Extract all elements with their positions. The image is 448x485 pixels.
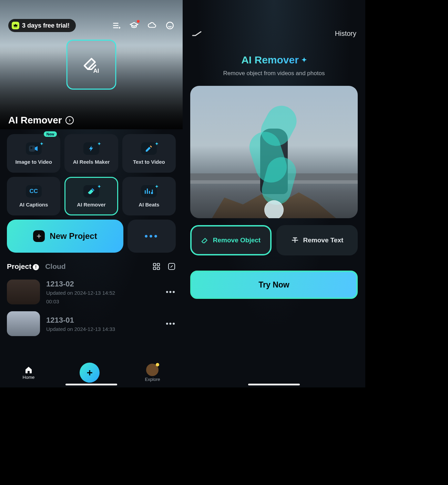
plus-icon: + xyxy=(87,367,93,378)
project-duration: 00:03 xyxy=(46,299,160,304)
project-updated: Updated on 2024-12-13 14:52 xyxy=(46,290,160,296)
svg-rect-6 xyxy=(149,191,150,194)
tool-label: AI Remover xyxy=(77,202,105,208)
remove-object-button[interactable]: Remove Object xyxy=(190,225,272,255)
project-more-icon[interactable]: ••• xyxy=(166,319,176,328)
tool-image-to-video[interactable]: New ✦ Image to Video xyxy=(7,134,60,173)
grid-view-icon[interactable] xyxy=(152,262,161,271)
project-tabs-row: Project! Cloud xyxy=(0,253,183,271)
cc-icon: CC xyxy=(26,185,42,198)
svg-rect-11 xyxy=(157,267,160,270)
eraser-ai-icon: AI xyxy=(81,54,102,75)
svg-rect-10 xyxy=(153,267,156,270)
chevron-circle-icon xyxy=(65,116,74,124)
tool-ai-beats[interactable]: ✦ AI Beats xyxy=(122,177,176,215)
trial-label: 3 days free trial! xyxy=(22,22,70,29)
tool-ai-captions[interactable]: CC AI Captions xyxy=(7,177,60,215)
eraser-icon: ✦ xyxy=(83,185,99,198)
project-name: 1213-02 xyxy=(46,280,160,289)
academy-icon[interactable] xyxy=(130,21,139,30)
plus-box-icon xyxy=(33,230,45,242)
text-strike-icon xyxy=(291,236,299,244)
avatar-icon xyxy=(146,364,159,376)
eraser-outline-icon xyxy=(201,236,209,244)
new-badge: New xyxy=(44,131,57,137)
bottom-nav: Home + Explore xyxy=(0,358,183,387)
new-project-button[interactable]: New Project xyxy=(7,220,123,253)
nav-home-label: Home xyxy=(23,375,35,380)
nav-explore[interactable]: Explore xyxy=(145,364,160,382)
home-indicator xyxy=(65,384,117,385)
tool-label: Image to Video xyxy=(15,159,52,165)
project-item[interactable]: 1213-01 Updated on 2024-12-13 14:33 ••• xyxy=(7,308,176,340)
edit-square-icon[interactable] xyxy=(167,262,176,271)
back-button[interactable] xyxy=(192,31,202,37)
svg-point-0 xyxy=(166,22,173,29)
tab-cloud[interactable]: Cloud xyxy=(45,262,65,271)
music-bars-icon: ✦ xyxy=(141,185,157,198)
cloud-icon[interactable] xyxy=(147,21,156,30)
history-link[interactable]: History xyxy=(335,30,356,38)
new-project-label: New Project xyxy=(50,231,97,241)
project-list: 1213-02 Updated on 2024-12-13 14:52 00:0… xyxy=(0,271,183,340)
brush-cursor-icon xyxy=(264,200,284,218)
tool-label: AI Beats xyxy=(139,202,159,208)
tool-label: AI Reels Maker xyxy=(73,159,110,165)
sparkle-icon: ✦ xyxy=(302,56,307,64)
nav-create-fab[interactable]: + xyxy=(80,363,100,383)
more-button[interactable]: ••• xyxy=(128,220,176,253)
tool-ai-remover[interactable]: ✦ AI Remover xyxy=(64,177,118,215)
hero-title-row[interactable]: AI Remover xyxy=(8,115,74,126)
tool-ai-reels-maker[interactable]: ✦ AI Reels Maker xyxy=(64,134,118,173)
svg-text:AI: AI xyxy=(93,68,99,74)
project-thumbnail xyxy=(7,280,40,304)
left-pane: 3 days free trial! xyxy=(0,0,183,387)
svg-rect-4 xyxy=(145,190,146,194)
page-title: AI Remover ✦ xyxy=(241,54,307,66)
tools-grid: New ✦ Image to Video ✦ AI Reels Maker ✦ … xyxy=(0,129,183,215)
pencil-icon: ✦ xyxy=(141,142,157,155)
tool-text-to-video[interactable]: ✦ Text to Video xyxy=(122,134,176,173)
tool-label: Text to Video xyxy=(133,159,165,165)
free-trial-pill[interactable]: 3 days free trial! xyxy=(8,19,76,32)
project-more-icon[interactable]: ••• xyxy=(166,287,176,296)
project-updated: Updated on 2024-12-13 14:33 xyxy=(46,326,160,332)
svg-point-3 xyxy=(30,147,32,149)
bolt-icon: ✦ xyxy=(83,142,99,155)
svg-rect-8 xyxy=(153,263,156,266)
crown-icon xyxy=(12,22,19,29)
remove-text-label: Remove Text xyxy=(303,236,344,244)
home-icon xyxy=(24,366,33,374)
svg-rect-5 xyxy=(147,189,148,194)
tool-label: AI Captions xyxy=(19,202,48,208)
svg-rect-9 xyxy=(157,263,160,266)
templates-list-icon[interactable] xyxy=(112,21,121,30)
project-item[interactable]: 1213-02 Updated on 2024-12-13 14:52 00:0… xyxy=(7,276,176,308)
hero-feature-card[interactable]: AI xyxy=(67,40,116,90)
nav-explore-label: Explore xyxy=(145,377,160,382)
try-now-button[interactable]: Try Now xyxy=(190,271,358,299)
top-bar: 3 days free trial! xyxy=(8,19,174,32)
page-subtitle: Remove object from videos and photos xyxy=(183,70,365,77)
preview-image xyxy=(190,86,358,218)
try-now-label: Try Now xyxy=(258,280,289,290)
project-thumbnail xyxy=(7,311,40,336)
home-indicator xyxy=(248,384,300,385)
ellipsis-icon: ••• xyxy=(144,231,159,242)
remove-object-label: Remove Object xyxy=(213,236,261,244)
right-pane: History AI Remover ✦ Remove object from … xyxy=(183,0,365,387)
tab-project[interactable]: Project! xyxy=(7,262,39,271)
hero-title-text: AI Remover xyxy=(8,115,62,126)
hero-banner: 3 days free trial! xyxy=(0,0,183,129)
face-icon[interactable] xyxy=(165,21,174,30)
project-name: 1213-01 xyxy=(46,316,160,325)
alert-badge-icon: ! xyxy=(33,264,39,270)
nav-home[interactable]: Home xyxy=(23,366,35,380)
camera-play-icon: ✦ xyxy=(26,142,42,155)
remove-text-button[interactable]: Remove Text xyxy=(276,225,358,255)
